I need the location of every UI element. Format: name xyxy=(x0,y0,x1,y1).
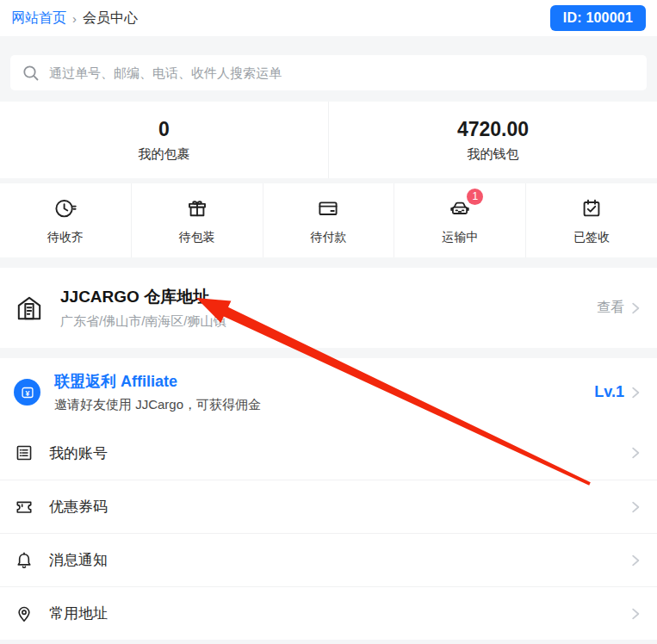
stats-section: 0 我的包裹 4720.00 我的钱包 xyxy=(0,102,657,178)
header: 网站首页 › 会员中心 ID: 100001 xyxy=(0,0,657,36)
breadcrumb-current: 会员中心 xyxy=(83,9,138,28)
menu-item-coupon-codes[interactable]: 优惠券码 xyxy=(0,480,657,533)
affiliate-level-badge: Lv.1 xyxy=(594,383,624,401)
calendar-check-icon xyxy=(580,196,604,220)
chevron-right-icon xyxy=(628,606,643,622)
affiliate-subtitle: 邀请好友使用 JJCargo，可获得佣金 xyxy=(54,397,261,413)
user-id-badge: ID: 100001 xyxy=(550,5,646,31)
breadcrumb-home-link[interactable]: 网站首页 xyxy=(11,9,66,28)
stat-my-wallet[interactable]: 4720.00 我的钱包 xyxy=(328,102,657,178)
breadcrumb-separator: › xyxy=(72,11,77,26)
bell-icon xyxy=(14,550,34,571)
tab-label: 待付款 xyxy=(310,230,346,245)
menu-item-saved-addresses[interactable]: 常用地址 xyxy=(0,586,657,640)
chevron-right-icon xyxy=(628,300,643,316)
member-center-page: 网站首页 › 会员中心 ID: 100001 0 我的包裹 4720.00 我的… xyxy=(0,0,657,644)
menu-item-label: 常用地址 xyxy=(49,604,108,623)
car-icon: 1 xyxy=(448,196,472,220)
in-transit-count-badge: 1 xyxy=(467,189,483,205)
warehouse-text: JJCARGO 仓库地址 广东省/佛山市/南海区/狮山镇 xyxy=(60,286,226,330)
order-status-tabs: 待收齐 待包装 待付款 xyxy=(0,183,657,257)
location-pin-icon xyxy=(14,604,34,624)
tab-label: 运输中 xyxy=(442,230,478,245)
search-band xyxy=(0,36,657,102)
warehouse-icon xyxy=(14,293,45,324)
gift-icon xyxy=(185,196,209,220)
packages-count: 0 xyxy=(158,118,170,141)
warehouse-subtitle: 广东省/佛山市/南海区/狮山镇 xyxy=(60,313,226,330)
menu-list: 我的账号 优惠券码 消息通知 xyxy=(0,426,657,640)
chevron-right-icon xyxy=(628,385,643,400)
menu-item-label: 优惠券码 xyxy=(49,497,108,517)
chevron-right-icon xyxy=(628,445,643,461)
menu-item-label: 我的账号 xyxy=(49,443,108,463)
packages-label: 我的包裹 xyxy=(139,146,190,163)
search-input[interactable] xyxy=(49,65,636,80)
affiliate-text: 联盟返利 Affiliate 邀请好友使用 JJCargo，可获得佣金 xyxy=(54,371,261,413)
breadcrumb: 网站首页 › 会员中心 xyxy=(11,9,138,28)
wallet-balance: 4720.00 xyxy=(457,118,529,141)
search-box[interactable] xyxy=(10,55,647,90)
credit-card-icon xyxy=(316,196,340,220)
view-action-label[interactable]: 查看 xyxy=(597,299,624,317)
menu-item-my-account[interactable]: 我的账号 xyxy=(0,426,657,480)
clock-icon xyxy=(53,196,77,220)
tab-awaiting-packing[interactable]: 待包装 xyxy=(131,183,263,257)
stat-my-packages[interactable]: 0 我的包裹 xyxy=(0,102,328,178)
affiliate-row[interactable]: ¥ 联盟返利 Affiliate 邀请好友使用 JJCargo，可获得佣金 Lv… xyxy=(0,358,657,426)
menu-item-label: 消息通知 xyxy=(49,550,108,570)
affiliate-title: 联盟返利 Affiliate xyxy=(54,371,261,392)
tab-awaiting-arrival[interactable]: 待收齐 xyxy=(0,183,131,257)
chevron-right-icon xyxy=(628,499,643,515)
warehouse-address-row[interactable]: JJCARGO 仓库地址 广东省/佛山市/南海区/狮山镇 查看 xyxy=(0,268,657,348)
menu-item-notifications[interactable]: 消息通知 xyxy=(0,533,657,586)
tab-signed[interactable]: 已签收 xyxy=(525,183,657,257)
wallet-label: 我的钱包 xyxy=(468,146,519,163)
yen-circle-icon: ¥ xyxy=(14,379,40,406)
warehouse-title: JJCARGO 仓库地址 xyxy=(60,286,226,308)
tab-label: 已签收 xyxy=(573,230,610,245)
chevron-right-icon xyxy=(628,553,643,568)
tab-awaiting-payment[interactable]: 待付款 xyxy=(263,183,394,257)
tab-in-transit[interactable]: 1 运输中 xyxy=(394,183,525,257)
search-icon xyxy=(21,63,41,84)
coupon-icon xyxy=(14,497,34,517)
svg-text:¥: ¥ xyxy=(25,388,29,397)
account-card-icon xyxy=(14,443,34,463)
tab-label: 待收齐 xyxy=(47,230,84,245)
tab-label: 待包装 xyxy=(179,230,215,245)
